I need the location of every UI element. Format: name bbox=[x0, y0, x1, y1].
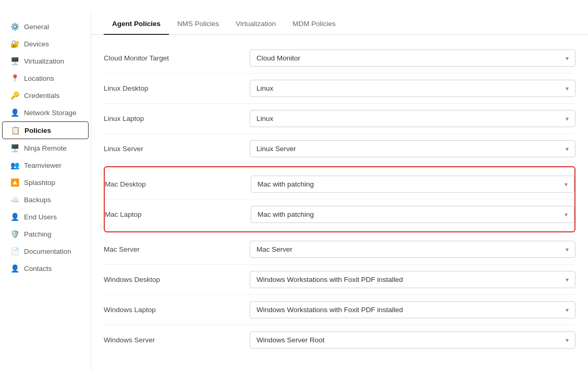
policy-row-mac-desktop: Mac Desktop Mac with patching ▾ bbox=[105, 169, 574, 200]
policy-dropdown-windows-desktop[interactable]: Windows Workstations with Foxit PDF inst… bbox=[250, 271, 575, 288]
sidebar-label-network-storage: Network Storage bbox=[24, 109, 77, 117]
sidebar-item-locations[interactable]: 📍Locations bbox=[2, 70, 89, 86]
policy-select-windows-laptop: Windows Workstations with Foxit PDF inst… bbox=[250, 301, 575, 318]
tab-agent-policies[interactable]: Agent Policies bbox=[104, 13, 169, 35]
chevron-down-icon: ▾ bbox=[566, 246, 569, 253]
chevron-down-icon: ▾ bbox=[566, 85, 569, 92]
highlighted-policies-section: Mac Desktop Mac with patching ▾ Mac Lapt… bbox=[104, 166, 575, 232]
policy-row-cloud-monitor-target: Cloud Monitor Target Cloud Monitor ▾ bbox=[104, 43, 575, 73]
sidebar-label-patching: Patching bbox=[24, 230, 52, 238]
policy-dropdown-linux-server[interactable]: Linux Server ▾ bbox=[250, 140, 575, 157]
tab-bar: Agent PoliciesNMS PoliciesVirtualization… bbox=[91, 13, 588, 35]
sidebar-item-splashtop[interactable]: 🔼Splashtop bbox=[2, 174, 89, 191]
main-content: Agent PoliciesNMS PoliciesVirtualization… bbox=[91, 13, 588, 371]
sidebar-item-network-storage[interactable]: 👤Network Storage bbox=[2, 104, 89, 121]
chevron-down-icon: ▾ bbox=[565, 211, 568, 218]
sidebar-item-backups[interactable]: ☁️Backups bbox=[2, 191, 89, 208]
contacts-icon: 👤 bbox=[10, 264, 19, 273]
policy-value-mac-server: Mac Server bbox=[256, 245, 292, 253]
sidebar-item-policies[interactable]: 📋Policies bbox=[2, 121, 89, 139]
chevron-down-icon: ▾ bbox=[566, 145, 569, 153]
policy-select-cloud-monitor-target: Cloud Monitor ▾ bbox=[250, 50, 575, 67]
sidebar-item-contacts[interactable]: 👤Contacts bbox=[2, 260, 89, 277]
sidebar-label-policies: Policies bbox=[24, 127, 51, 134]
policy-select-linux-laptop: Linux ▾ bbox=[250, 110, 575, 127]
sidebar-item-virtualization[interactable]: 🖥️Virtualization bbox=[2, 53, 89, 69]
policy-dropdown-windows-server[interactable]: Windows Server Root ▾ bbox=[250, 331, 575, 349]
chevron-down-icon: ▾ bbox=[566, 337, 569, 344]
sidebar-label-ninja-remote: Ninja Remote bbox=[24, 144, 67, 152]
policy-label-cloud-monitor-target: Cloud Monitor Target bbox=[104, 54, 250, 62]
devices-icon: 🔐 bbox=[10, 40, 19, 48]
policy-value-windows-desktop: Windows Workstations with Foxit PDF inst… bbox=[256, 276, 403, 283]
page-title bbox=[0, 0, 588, 13]
policy-row-linux-server: Linux Server Linux Server ▾ bbox=[104, 134, 575, 164]
sidebar-label-splashtop: Splashtop bbox=[24, 179, 55, 187]
policy-select-windows-desktop: Windows Workstations with Foxit PDF inst… bbox=[250, 271, 575, 288]
chevron-down-icon: ▾ bbox=[566, 55, 569, 62]
policy-row-windows-desktop: Windows Desktop Windows Workstations wit… bbox=[104, 265, 575, 295]
locations-icon: 📍 bbox=[10, 74, 19, 82]
sidebar-label-virtualization: Virtualization bbox=[24, 57, 64, 65]
splashtop-icon: 🔼 bbox=[10, 178, 19, 187]
policy-row-linux-desktop: Linux Desktop Linux ▾ bbox=[104, 73, 575, 104]
policies-icon: 📋 bbox=[11, 126, 19, 134]
documentation-icon: 📄 bbox=[10, 247, 19, 255]
policy-select-mac-laptop: Mac with patching ▾ bbox=[251, 206, 574, 223]
sidebar-item-patching[interactable]: 🛡️Patching bbox=[2, 226, 89, 242]
policy-row-mac-server: Mac Server Mac Server ▾ bbox=[104, 234, 575, 265]
policy-value-mac-laptop: Mac with patching bbox=[258, 211, 314, 218]
sidebar: ⚙️General🔐Devices🖥️Virtualization📍Locati… bbox=[0, 13, 91, 371]
policy-dropdown-mac-laptop[interactable]: Mac with patching ▾ bbox=[251, 206, 574, 223]
policy-value-windows-server: Windows Server Root bbox=[256, 336, 325, 344]
chevron-down-icon: ▾ bbox=[566, 276, 569, 283]
sidebar-item-end-users[interactable]: 👤End Users bbox=[2, 208, 89, 225]
policy-row-windows-server: Windows Server Windows Server Root ▾ bbox=[104, 325, 575, 355]
policy-dropdown-linux-laptop[interactable]: Linux ▾ bbox=[250, 110, 575, 127]
policy-value-cloud-monitor-target: Cloud Monitor bbox=[256, 54, 300, 62]
teamviewer-icon: 👥 bbox=[10, 161, 19, 169]
policy-dropdown-cloud-monitor-target[interactable]: Cloud Monitor ▾ bbox=[250, 50, 575, 67]
policy-content: Cloud Monitor Target Cloud Monitor ▾ Lin… bbox=[91, 35, 588, 363]
sidebar-item-teamviewer[interactable]: 👥Teamviewer bbox=[2, 157, 89, 174]
tab-nms-policies[interactable]: NMS Policies bbox=[169, 13, 227, 35]
sidebar-item-ninja-remote[interactable]: 🖥️Ninja Remote bbox=[2, 140, 89, 156]
policy-label-mac-server: Mac Server bbox=[104, 245, 250, 253]
sidebar-item-devices[interactable]: 🔐Devices bbox=[2, 35, 89, 52]
policy-label-windows-laptop: Windows Laptop bbox=[104, 306, 250, 314]
policy-dropdown-mac-server[interactable]: Mac Server ▾ bbox=[250, 241, 575, 258]
sidebar-label-general: General bbox=[24, 23, 49, 31]
policy-value-linux-server: Linux Server bbox=[256, 145, 296, 153]
policy-dropdown-windows-laptop[interactable]: Windows Workstations with Foxit PDF inst… bbox=[250, 301, 575, 318]
sidebar-label-documentation: Documentation bbox=[24, 248, 71, 255]
policy-value-linux-laptop: Linux bbox=[256, 115, 273, 122]
backups-icon: ☁️ bbox=[10, 195, 19, 204]
policy-select-mac-desktop: Mac with patching ▾ bbox=[251, 176, 574, 193]
end-users-icon: 👤 bbox=[10, 213, 19, 221]
policy-dropdown-linux-desktop[interactable]: Linux ▾ bbox=[250, 80, 575, 97]
credentials-icon: 🔑 bbox=[10, 91, 19, 100]
policy-select-linux-desktop: Linux ▾ bbox=[250, 80, 575, 97]
sidebar-label-teamviewer: Teamviewer bbox=[24, 162, 62, 169]
tab-virtualization[interactable]: Virtualization bbox=[227, 13, 284, 35]
policy-label-mac-desktop: Mac Desktop bbox=[105, 180, 251, 188]
policy-row-linux-laptop: Linux Laptop Linux ▾ bbox=[104, 104, 575, 134]
policy-dropdown-mac-desktop[interactable]: Mac with patching ▾ bbox=[251, 176, 574, 193]
policy-select-linux-server: Linux Server ▾ bbox=[250, 140, 575, 157]
chevron-down-icon: ▾ bbox=[566, 115, 569, 122]
policy-label-linux-desktop: Linux Desktop bbox=[104, 84, 250, 92]
policy-select-mac-server: Mac Server ▾ bbox=[250, 241, 575, 258]
tab-mdm-policies[interactable]: MDM Policies bbox=[284, 13, 344, 35]
sidebar-item-credentials[interactable]: 🔑Credentials bbox=[2, 87, 89, 104]
patching-icon: 🛡️ bbox=[10, 230, 19, 238]
policy-select-windows-server: Windows Server Root ▾ bbox=[250, 331, 575, 349]
sidebar-label-end-users: End Users bbox=[24, 213, 57, 221]
sidebar-item-documentation[interactable]: 📄Documentation bbox=[2, 243, 89, 259]
sidebar-item-general[interactable]: ⚙️General bbox=[2, 18, 89, 35]
ninja-remote-icon: 🖥️ bbox=[10, 144, 19, 152]
general-icon: ⚙️ bbox=[10, 22, 19, 31]
policy-label-linux-laptop: Linux Laptop bbox=[104, 115, 250, 122]
policy-row-windows-laptop: Windows Laptop Windows Workstations with… bbox=[104, 295, 575, 325]
chevron-down-icon: ▾ bbox=[566, 306, 569, 314]
policy-label-windows-server: Windows Server bbox=[104, 336, 250, 344]
